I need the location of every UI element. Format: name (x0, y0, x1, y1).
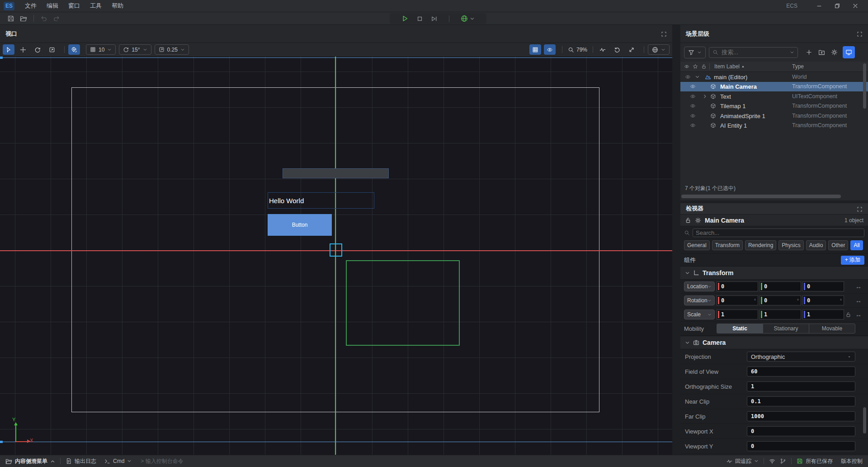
ui-button-entity[interactable]: Button (268, 214, 332, 236)
mobility-stationary-button[interactable]: Stationary (763, 324, 809, 334)
output-log-button[interactable]: 输出日志 (66, 457, 96, 465)
tab-all[interactable]: All (850, 240, 863, 250)
ui-panel-entity[interactable] (283, 168, 389, 178)
rect-edit-tool-button[interactable] (46, 44, 58, 55)
guide-handle[interactable] (0, 57, 3, 59)
horizontal-scrollbar[interactable] (681, 195, 841, 198)
rotation-z-input[interactable] (805, 297, 840, 304)
rotation-dropdown[interactable]: Rotation (684, 295, 715, 305)
tab-other[interactable]: Other (828, 240, 848, 250)
play-button[interactable] (401, 15, 409, 23)
visibility-eye-icon[interactable] (690, 123, 696, 129)
zoom-control[interactable]: 79% (568, 47, 587, 53)
visibility-column-icon[interactable] (684, 64, 689, 69)
location-z-input[interactable] (805, 283, 842, 290)
hierarchy-row-main-world[interactable]: main (Editor) World (680, 72, 868, 82)
item-label-column-header[interactable]: Item Label (714, 63, 745, 70)
inspector-vertical-scrollbar[interactable] (863, 407, 866, 434)
display-target-button[interactable] (843, 46, 855, 58)
mobility-movable-button[interactable]: Movable (809, 324, 855, 334)
step-button[interactable] (431, 15, 438, 22)
add-entity-button[interactable] (803, 47, 814, 58)
location-x-input[interactable] (719, 283, 756, 290)
tab-rendering[interactable]: Rendering (745, 240, 776, 250)
location-dropdown[interactable]: Location (684, 281, 715, 291)
projection-select[interactable]: Orthographic (747, 352, 855, 362)
hierarchy-settings-button[interactable] (829, 47, 840, 58)
rotation-snap-dropdown[interactable]: 15° (119, 44, 151, 55)
run-target-dropdown[interactable] (461, 15, 475, 22)
orthographic-size-input[interactable] (747, 381, 855, 391)
hierarchy-row-tilemap[interactable]: Tilemap 1 TransformComponent (680, 101, 868, 111)
network-status-icon[interactable] (769, 458, 775, 464)
scale-z-input[interactable] (805, 311, 842, 318)
visibility-eye-icon[interactable] (690, 84, 696, 90)
menu-help[interactable]: 帮助 (107, 0, 128, 12)
filter-dropdown[interactable] (684, 47, 706, 58)
hierarchy-row-text[interactable]: Text UITextComponent (680, 91, 868, 101)
save-button[interactable] (5, 13, 17, 24)
scale-dropdown[interactable]: Scale (684, 310, 715, 319)
save-status[interactable]: 所有已保存 (797, 457, 833, 465)
scale-x-input[interactable] (719, 311, 756, 318)
entity-bounds-rect[interactable] (346, 260, 460, 346)
traceback-dropdown[interactable]: 回追踪 (726, 457, 759, 465)
near-clip-input[interactable] (747, 396, 855, 406)
tab-general[interactable]: General (684, 240, 710, 250)
viewport-y-input[interactable] (747, 441, 855, 451)
uniform-scale-lock-icon[interactable] (845, 312, 851, 318)
visibility-eye-icon[interactable] (690, 113, 696, 119)
lock-column-icon[interactable] (701, 64, 707, 69)
mobility-static-button[interactable]: Static (717, 324, 763, 334)
tab-audio[interactable]: Audio (806, 240, 826, 250)
select-tool-button[interactable] (3, 44, 14, 55)
add-component-button[interactable]: + 添加 (841, 256, 864, 265)
stats-button[interactable] (597, 44, 609, 55)
transform-section-header[interactable]: Transform (680, 266, 868, 280)
menu-tools[interactable]: 工具 (85, 0, 107, 12)
hierarchy-vertical-scrollbar[interactable] (863, 63, 866, 109)
far-clip-input[interactable] (747, 411, 855, 421)
link-axes-icon[interactable]: ↔ (855, 283, 862, 290)
gear-icon[interactable] (695, 217, 701, 224)
viewport-expand-button[interactable] (661, 30, 667, 37)
rotation-x-input[interactable] (719, 297, 754, 304)
chevron-right-icon[interactable] (703, 94, 708, 99)
move-tool-button[interactable] (17, 44, 29, 55)
open-folder-button[interactable] (17, 13, 30, 24)
add-folder-button[interactable] (816, 47, 827, 58)
viewport-x-input[interactable] (747, 426, 855, 436)
fit-view-button[interactable] (626, 44, 637, 55)
type-column-header[interactable]: Type (792, 63, 804, 70)
tab-physics[interactable]: Physics (778, 240, 803, 250)
location-y-input[interactable] (762, 283, 799, 290)
scale-snap-dropdown[interactable]: 0.25 (155, 44, 189, 55)
maximize-button[interactable] (828, 0, 846, 12)
close-button[interactable] (846, 0, 864, 12)
hierarchy-row-animatedsprite[interactable]: AnimatedSprite 1 TransformComponent (680, 111, 868, 121)
grid-snap-dropdown[interactable]: 10 (86, 44, 116, 55)
inspector-expand-button[interactable] (857, 205, 863, 212)
tab-transform[interactable]: Transform (712, 240, 743, 250)
menu-window[interactable]: 窗口 (63, 0, 85, 12)
menu-edit[interactable]: 编辑 (42, 0, 63, 12)
stop-button[interactable] (416, 15, 423, 22)
rotate-tool-button[interactable] (32, 44, 43, 55)
visibility-eye-icon[interactable] (690, 103, 696, 109)
camera-section-header[interactable]: Camera (680, 336, 868, 349)
inspector-search-input[interactable] (693, 229, 864, 237)
version-control-button[interactable]: 版本控制 (841, 457, 863, 465)
scale-y-input[interactable] (762, 311, 799, 318)
guide-handle[interactable] (0, 441, 3, 443)
redo-button[interactable] (50, 13, 63, 24)
minimize-button[interactable] (810, 0, 828, 12)
hierarchy-expand-button[interactable] (857, 30, 863, 37)
link-axes-icon[interactable]: ↔ (855, 297, 862, 304)
hierarchy-row-main-camera[interactable]: Main Camera TransformComponent (680, 82, 868, 92)
field-of-view-input[interactable] (747, 367, 855, 376)
visibility-toggle[interactable] (544, 44, 556, 55)
rotation-y-input[interactable] (762, 297, 797, 304)
version-branch-icon[interactable] (780, 458, 786, 464)
link-axes-icon[interactable]: ↔ (855, 311, 862, 318)
lock-icon[interactable] (685, 217, 691, 224)
